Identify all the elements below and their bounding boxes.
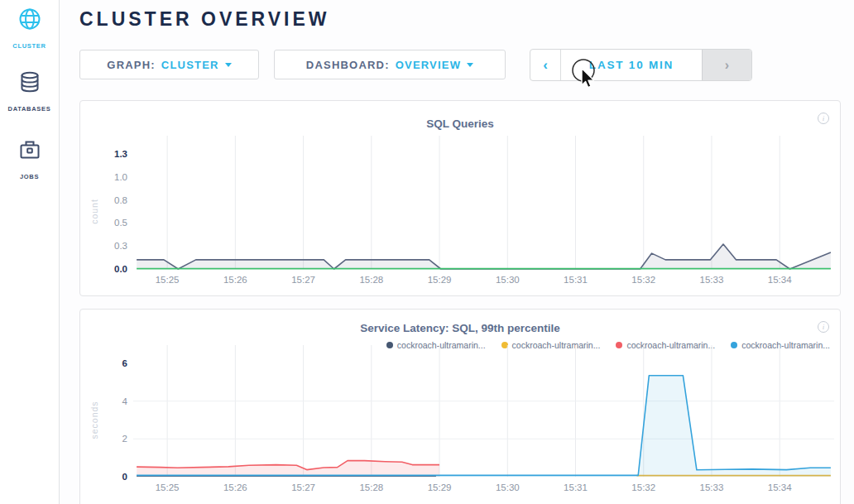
chevron-right-icon: › <box>725 58 729 73</box>
time-range-next-button[interactable]: › <box>702 50 751 80</box>
sidebar: CLUSTER DATABASES JOBS <box>0 0 60 504</box>
briefcase-icon <box>17 137 42 162</box>
databases-icon <box>17 70 42 94</box>
sql-queries-chart[interactable]: 15:2515:2615:2715:2815:2915:3015:3115:32… <box>80 101 840 295</box>
svg-text:15:32: 15:32 <box>631 482 655 492</box>
svg-text:15:25: 15:25 <box>156 482 180 492</box>
time-range-prev-button[interactable]: ‹ <box>530 50 561 80</box>
time-range-current[interactable]: LAST 10 MIN <box>561 50 702 80</box>
svg-text:15:33: 15:33 <box>700 275 724 285</box>
cluster-overview-page: CLUSTER DATABASES JOBS <box>0 0 854 504</box>
globe-icon <box>17 7 42 31</box>
svg-text:15:29: 15:29 <box>428 482 452 492</box>
chevron-down-icon <box>467 63 473 67</box>
dashboard-dropdown-label: DASHBOARD: <box>306 59 390 71</box>
svg-text:0.5: 0.5 <box>114 218 127 228</box>
svg-text:2: 2 <box>122 434 127 444</box>
chevron-left-icon: ‹ <box>543 57 548 74</box>
svg-text:0.3: 0.3 <box>114 241 127 251</box>
graph-dropdown-label: GRAPH: <box>107 59 155 71</box>
time-range-selector: ‹ LAST 10 MIN › <box>530 49 752 81</box>
chart-card-sql-queries: SQL Queries i 15:2515:2615:2715:2815:291… <box>79 100 841 296</box>
svg-text:15:34: 15:34 <box>768 275 792 285</box>
chart-card-service-latency: Service Latency: SQL, 99th percentile i … <box>79 309 841 504</box>
sidebar-item-jobs[interactable]: JOBS <box>0 137 59 182</box>
sidebar-item-label: DATABASES <box>8 105 51 113</box>
svg-text:4: 4 <box>122 396 128 406</box>
sidebar-item-databases[interactable]: DATABASES <box>0 70 59 114</box>
svg-text:15:30: 15:30 <box>496 275 520 285</box>
svg-text:0: 0 <box>122 472 127 482</box>
svg-text:15:30: 15:30 <box>496 482 520 492</box>
svg-text:seconds: seconds <box>89 401 99 439</box>
sidebar-item-cluster[interactable]: CLUSTER <box>0 7 59 51</box>
svg-text:1.3: 1.3 <box>114 149 127 159</box>
svg-text:15:27: 15:27 <box>291 275 315 285</box>
svg-text:6: 6 <box>122 358 127 368</box>
svg-text:1.0: 1.0 <box>114 172 127 182</box>
graph-dropdown-value: CLUSTER <box>161 59 219 71</box>
dashboard-dropdown-value: OVERVIEW <box>396 59 461 71</box>
svg-text:15:29: 15:29 <box>428 275 452 285</box>
svg-text:0.8: 0.8 <box>114 195 127 205</box>
sidebar-item-label: JOBS <box>20 173 39 180</box>
svg-text:15:27: 15:27 <box>291 482 315 492</box>
chevron-down-icon <box>225 63 232 67</box>
graph-dropdown[interactable]: GRAPH: CLUSTER <box>79 50 259 79</box>
svg-text:15:28: 15:28 <box>359 275 383 285</box>
svg-text:count: count <box>89 199 99 224</box>
dashboard-dropdown[interactable]: DASHBOARD: OVERVIEW <box>274 50 506 79</box>
svg-text:15:26: 15:26 <box>223 482 247 492</box>
svg-text:15:33: 15:33 <box>700 482 724 492</box>
main-content: CLUSTER OVERVIEW GRAPH: CLUSTER DASHBOAR… <box>60 0 854 504</box>
svg-text:15:31: 15:31 <box>564 275 588 285</box>
page-title: CLUSTER OVERVIEW <box>79 8 330 31</box>
svg-text:15:32: 15:32 <box>631 275 655 285</box>
service-latency-chart[interactable]: 15:2515:2615:2715:2815:2915:3015:3115:32… <box>80 310 840 504</box>
svg-text:0.0: 0.0 <box>114 264 127 274</box>
svg-text:15:26: 15:26 <box>223 275 247 285</box>
sidebar-item-label: CLUSTER <box>12 42 46 50</box>
svg-text:15:28: 15:28 <box>359 482 383 492</box>
svg-text:15:34: 15:34 <box>768 482 792 492</box>
svg-text:15:31: 15:31 <box>564 482 588 492</box>
svg-text:15:25: 15:25 <box>156 275 180 285</box>
